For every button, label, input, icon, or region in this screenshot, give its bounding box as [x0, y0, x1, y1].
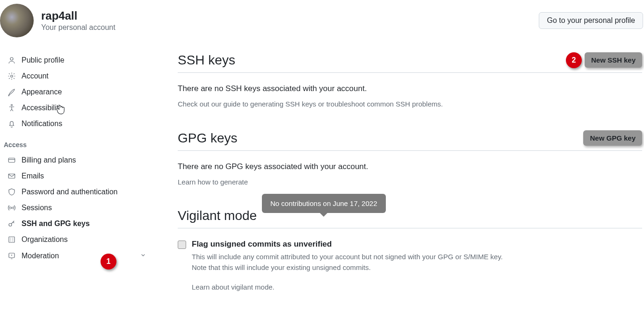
sidebar-item-organizations[interactable]: Organizations [4, 232, 155, 248]
sidebar-item-label: Sessions [22, 204, 52, 212]
svg-point-5 [11, 207, 13, 209]
new-gpg-key-button[interactable]: New GPG key [583, 130, 642, 146]
gpg-keys-section: GPG keys New GPG key There are no GPG ke… [178, 130, 642, 186]
gpg-keys-title: GPG keys [178, 131, 238, 146]
sidebar-item-billing[interactable]: Billing and plans [4, 152, 155, 168]
vigilant-desc-2: Note that this will include your existin… [192, 262, 503, 273]
sidebar-item-label: Public profile [22, 56, 65, 64]
new-ssh-key-button[interactable]: New SSH key [585, 52, 642, 68]
sidebar-item-account[interactable]: Account [4, 68, 155, 84]
svg-point-2 [11, 105, 13, 106]
report-icon [7, 252, 16, 260]
svg-rect-4 [8, 174, 15, 178]
sidebar-item-label: Moderation [22, 252, 59, 260]
person-icon [7, 56, 16, 64]
sidebar-item-password[interactable]: Password and authentication [4, 184, 155, 200]
svg-point-1 [11, 75, 13, 78]
sidebar-item-label: Organizations [22, 235, 68, 244]
page-header: rap4all Your personal account Go to your… [0, 0, 644, 41]
gpg-empty-text: There are no GPG keys associated with yo… [178, 162, 642, 171]
contribution-tooltip: No contributions on June 17, 2022 [262, 194, 386, 213]
annotation-callout-1: 1 [101, 254, 116, 269]
sidebar-item-ssh-gpg-keys[interactable]: SSH and GPG keys [4, 216, 155, 232]
credit-card-icon [7, 156, 16, 164]
gear-icon [7, 72, 16, 80]
svg-point-6 [9, 223, 12, 226]
sidebar-item-label: Appearance [22, 88, 62, 96]
main-content: SSH keys New SSH key There are no SSH ke… [178, 52, 644, 302]
sidebar-item-moderation[interactable]: Moderation [4, 248, 155, 264]
organization-icon [7, 235, 16, 244]
svg-point-0 [10, 57, 13, 60]
sidebar-item-label: Password and authentication [22, 188, 117, 196]
sidebar-item-label: Billing and plans [22, 156, 76, 164]
sidebar-item-label: Emails [22, 172, 44, 180]
sidebar-item-emails[interactable]: Emails [4, 168, 155, 184]
user-info: rap4all Your personal account [0, 4, 116, 37]
key-icon [7, 220, 16, 228]
username: rap4all [41, 9, 116, 22]
ssh-keys-title: SSH keys [178, 53, 235, 68]
settings-sidebar: Public profile Account Appearance Access… [0, 52, 159, 302]
go-to-profile-button[interactable]: Go to your personal profile [539, 12, 643, 29]
gpg-help-text[interactable]: Learn how to generate [178, 178, 642, 186]
sidebar-item-accessibility[interactable]: Accessibility [4, 100, 155, 116]
svg-rect-3 [8, 158, 15, 163]
svg-rect-7 [9, 237, 14, 242]
vigilant-desc-1: This will include any commit attributed … [192, 252, 503, 262]
sidebar-item-appearance[interactable]: Appearance [4, 84, 155, 100]
mail-icon [7, 172, 16, 180]
shield-lock-icon [7, 188, 16, 196]
sidebar-item-public-profile[interactable]: Public profile [4, 52, 155, 68]
broadcast-icon [7, 204, 16, 212]
vigilant-learn-link[interactable]: Learn about vigilant mode. [192, 283, 503, 291]
annotation-callout-2: 2 [566, 52, 582, 68]
user-subtitle: Your personal account [41, 23, 116, 32]
paintbrush-icon [7, 88, 16, 96]
accessibility-icon [7, 104, 16, 112]
sidebar-item-label: Account [22, 72, 49, 80]
flag-unsigned-label[interactable]: Flag unsigned commits as unverified [192, 240, 503, 249]
flag-unsigned-checkbox[interactable] [178, 241, 186, 249]
bell-icon [7, 120, 16, 128]
pointer-cursor-icon [55, 104, 65, 117]
vigilant-section: Vigilant mode Flag unsigned commits as u… [178, 208, 642, 291]
ssh-help-text[interactable]: Check out our guide to generating SSH ke… [178, 100, 642, 108]
vigilant-title: Vigilant mode [178, 208, 257, 223]
sidebar-section-access: Access [4, 132, 155, 152]
ssh-empty-text: There are no SSH keys associated with yo… [178, 84, 642, 93]
sidebar-item-label: Notifications [22, 120, 62, 128]
chevron-down-icon [139, 251, 147, 261]
sidebar-item-notifications[interactable]: Notifications [4, 116, 155, 132]
avatar[interactable] [0, 4, 34, 37]
sidebar-item-sessions[interactable]: Sessions [4, 200, 155, 216]
sidebar-item-label: SSH and GPG keys [22, 220, 90, 228]
